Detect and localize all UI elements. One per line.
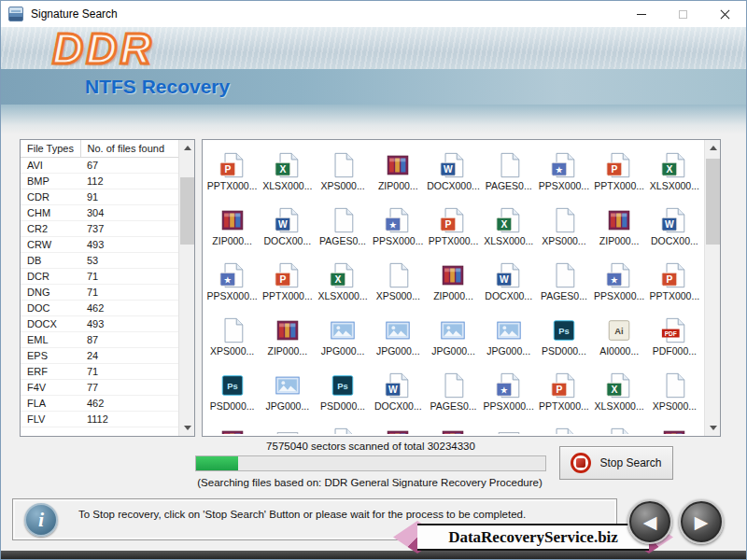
brand-link[interactable]: DataRecoveryService.biz (448, 528, 618, 547)
file-item[interactable]: PDF (536, 425, 591, 434)
stop-search-button[interactable]: Stop Search (559, 446, 673, 480)
file-item[interactable]: PPPTX000... (647, 259, 702, 315)
file-item[interactable]: JPG000... (260, 370, 315, 425)
table-row[interactable]: FLV1112 (21, 412, 178, 427)
scroll-up-button[interactable] (179, 140, 195, 156)
file-item[interactable]: XXLSX000... (647, 149, 702, 204)
table-row[interactable]: DOCX493 (21, 316, 178, 332)
scroll-down-button[interactable] (179, 420, 195, 436)
scroll-up-button[interactable] (705, 140, 721, 156)
svg-text:X: X (667, 164, 673, 175)
svg-text:PDF: PDF (665, 330, 677, 337)
scrollbar-thumb[interactable] (706, 159, 720, 245)
file-item[interactable]: XXLSX000... (315, 259, 370, 315)
file-item[interactable] (204, 425, 260, 434)
file-item[interactable]: PPPTX000... (592, 149, 647, 204)
table-row[interactable]: ERF71 (21, 364, 178, 380)
file-item[interactable]: XXLSX000... (260, 149, 315, 204)
file-item[interactable]: ★PPSX000... (536, 149, 591, 204)
back-button[interactable]: ◀ (627, 499, 672, 544)
file-item[interactable]: PAGES0... (426, 370, 481, 425)
file-item[interactable]: ZIP000... (592, 204, 647, 259)
table-row[interactable]: DCR71 (21, 269, 178, 285)
file-item[interactable]: ★PPSX000... (481, 370, 536, 425)
file-item-label: PPSX000... (594, 290, 644, 301)
file-item[interactable] (647, 425, 702, 434)
files-scrollbar[interactable] (704, 140, 720, 436)
file-item[interactable]: PDFPDF000... (647, 315, 702, 370)
table-row[interactable]: F4V77 (21, 380, 178, 396)
file-item[interactable]: XPS000... (204, 315, 260, 370)
file-item[interactable] (260, 425, 315, 434)
table-row[interactable]: BMP112 (21, 174, 178, 189)
file-item[interactable]: PPPTX000... (204, 149, 260, 204)
table-row[interactable]: CDR91 (21, 189, 178, 205)
table-row[interactable]: DB53 (21, 253, 178, 269)
file-item[interactable]: WDOCX00... (647, 204, 702, 259)
file-item[interactable]: ★PPSX000... (371, 204, 426, 259)
file-item[interactable]: PAGES0... (536, 259, 591, 315)
file-item[interactable]: XPS000... (315, 149, 370, 204)
table-row[interactable]: AVI67 (21, 158, 178, 174)
column-header-filetypes[interactable]: File Types (21, 140, 80, 158)
column-header-count[interactable]: No. of files found (80, 140, 178, 158)
table-row[interactable]: EPS24 (21, 348, 178, 364)
file-item[interactable]: PAGES0... (315, 204, 370, 259)
file-item[interactable]: XPS000... (647, 370, 702, 425)
file-item[interactable]: ZIP000... (204, 204, 260, 259)
file-item[interactable]: JPG000... (426, 315, 481, 370)
file-item[interactable]: WDOCX000... (426, 149, 481, 204)
table-row[interactable]: CR2737 (21, 221, 178, 237)
file-item[interactable]: PsPSD000... (204, 370, 260, 425)
file-item[interactable]: PPPTX000... (536, 370, 591, 425)
file-item[interactable]: JPG000... (481, 315, 536, 370)
forward-button[interactable]: ▶ (679, 499, 724, 544)
file-item[interactable]: ZIP000... (426, 259, 481, 315)
file-item[interactable]: XXLSX000... (481, 204, 536, 259)
svg-text:★: ★ (611, 275, 618, 285)
file-item[interactable] (481, 425, 536, 434)
table-row[interactable]: DNG71 (21, 285, 178, 301)
file-item[interactable]: PsPSD000... (536, 315, 591, 370)
file-types-panel: File Types No. of files found AVI67BMP11… (20, 139, 195, 437)
file-item[interactable] (426, 425, 481, 434)
signature-search-window: Signature Search DDR NTFS Recovery File … (0, 0, 747, 560)
table-row[interactable]: DOC462 (21, 301, 178, 316)
file-item-label: DOCX00... (485, 290, 532, 301)
file-item[interactable]: X (592, 425, 647, 434)
file-item[interactable]: ★PPSX000... (204, 259, 260, 315)
file-item[interactable]: PAGES0... (481, 149, 536, 204)
scroll-down-button[interactable] (705, 420, 721, 436)
file-item[interactable]: XPS000... (371, 259, 426, 315)
file-item-label: DOCX00... (651, 235, 698, 246)
minimize-button[interactable] (620, 1, 662, 27)
table-row[interactable]: EML87 (21, 332, 178, 348)
file-item[interactable]: WDOCX00... (371, 370, 426, 425)
file-item[interactable]: WDOCX00... (260, 204, 315, 259)
file-item[interactable]: PPPTX000... (260, 259, 315, 315)
table-scrollbar[interactable] (178, 140, 194, 436)
table-row[interactable]: CRW493 (21, 237, 178, 253)
file-item[interactable]: PDF (315, 425, 370, 434)
file-item[interactable]: XPS000... (536, 204, 591, 259)
table-row[interactable]: FLA462 (21, 396, 178, 412)
file-item-label: JPG000... (376, 345, 420, 357)
file-item[interactable] (371, 425, 426, 434)
close-button[interactable] (704, 1, 746, 27)
file-item[interactable]: PsPSD000... (315, 370, 370, 425)
file-item[interactable]: JPG000... (315, 315, 370, 370)
table-row[interactable]: CHM304 (21, 205, 178, 221)
file-item[interactable]: ★PPSX000... (592, 259, 647, 315)
file-item-label: JPG000... (431, 345, 475, 357)
file-item[interactable]: XXLSX000... (592, 370, 647, 425)
file-item[interactable]: ZIP000... (260, 315, 315, 370)
file-item[interactable]: ZIP000... (371, 149, 426, 204)
scrollbar-thumb[interactable] (180, 177, 194, 245)
file-item[interactable]: AiAI0000... (592, 315, 647, 370)
ppsx-file-icon: ★ (605, 261, 633, 289)
file-item[interactable]: JPG000... (371, 315, 426, 370)
file-item[interactable]: PPPTX000... (426, 204, 481, 259)
file-item-label: PPTX000... (650, 290, 700, 301)
file-item[interactable]: WDOCX00... (481, 259, 536, 315)
maximize-button[interactable] (662, 1, 704, 27)
